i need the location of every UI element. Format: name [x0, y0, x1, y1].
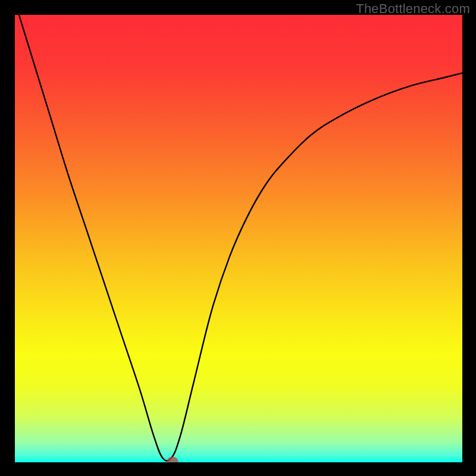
chart-frame: TheBottleneck.com [0, 0, 476, 476]
watermark-text: TheBottleneck.com [356, 1, 470, 17]
plot-area [15, 15, 462, 462]
bottleneck-curve [15, 15, 462, 462]
optimum-marker [167, 457, 178, 462]
